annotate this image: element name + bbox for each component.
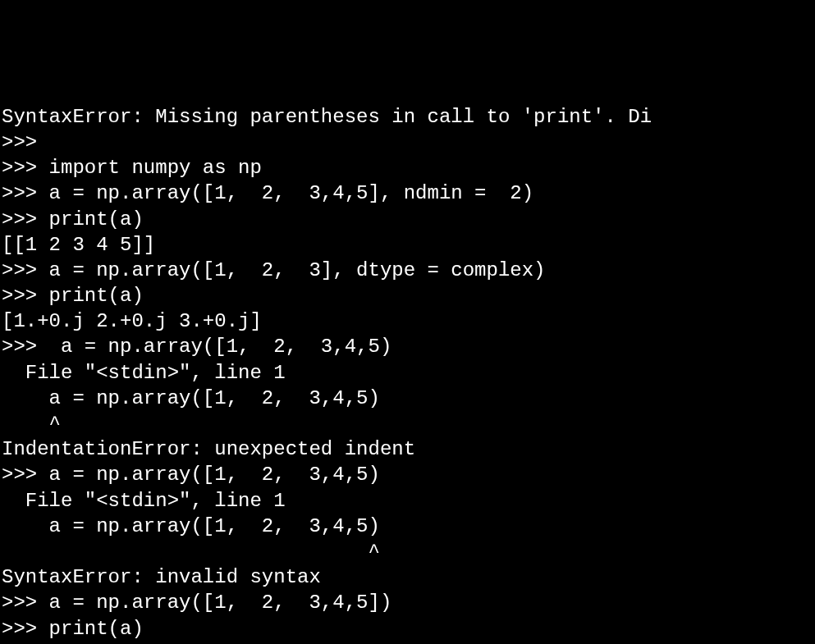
input-line: >>> print(a) [2, 207, 813, 232]
input-line: >>> a = np.array([1, 2, 3,4,5]) [2, 590, 813, 615]
error-line: a = np.array([1, 2, 3,4,5) [2, 514, 813, 539]
error-line: a = np.array([1, 2, 3,4,5) [2, 386, 813, 411]
prompt-line: >>> [2, 130, 813, 155]
input-line: >>> print(a) [2, 283, 813, 308]
error-caret-line: ^ [2, 539, 813, 564]
input-line: >>> print(a) [2, 616, 813, 642]
error-caret-line: ^ [2, 411, 813, 436]
input-line: >>> a = np.array([1, 2, 3], dtype = comp… [2, 258, 813, 283]
error-line: SyntaxError: invalid syntax [2, 564, 813, 590]
output-line: SyntaxError: Missing parentheses in call… [2, 104, 813, 130]
input-line: >>> import numpy as np [2, 155, 813, 180]
output-line: [1.+0.j 2.+0.j 3.+0.j] [2, 308, 813, 334]
error-line: IndentationError: unexpected indent [2, 436, 813, 462]
error-line: File "<stdin>", line 1 [2, 488, 813, 514]
error-line: File "<stdin>", line 1 [2, 360, 813, 386]
output-line: [[1 2 3 4 5]] [2, 232, 813, 258]
input-line: >>> a = np.array([1, 2, 3,4,5) [2, 334, 813, 359]
terminal-output[interactable]: SyntaxError: Missing parentheses in call… [2, 104, 813, 644]
input-line: >>> a = np.array([1, 2, 3,4,5) [2, 462, 813, 487]
input-line: >>> a = np.array([1, 2, 3,4,5], ndmin = … [2, 180, 813, 206]
